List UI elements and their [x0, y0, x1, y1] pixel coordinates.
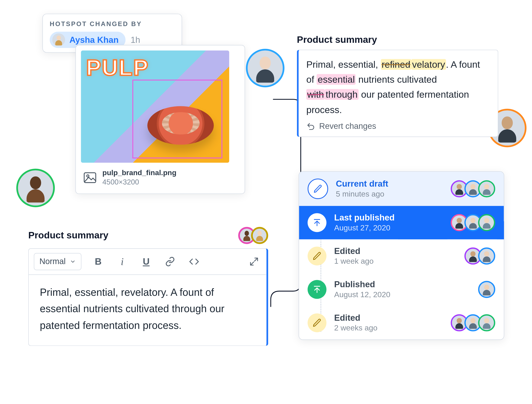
- svg-rect-0: [84, 173, 96, 183]
- underline-button[interactable]: U: [139, 254, 154, 269]
- editor-heading: Product summary: [28, 230, 109, 241]
- removed-text: with: [306, 89, 325, 100]
- time-ago: 1h: [131, 35, 140, 45]
- history-avatars: [464, 247, 495, 265]
- avatar: [251, 227, 268, 244]
- history-title: Last published: [334, 213, 443, 223]
- history-item-edited[interactable]: Edited 2 weeks ago: [299, 306, 504, 340]
- hotspot-rect[interactable]: [132, 80, 222, 158]
- asset-dimensions: 4500×3200: [103, 178, 176, 187]
- history-title: Published: [334, 280, 470, 290]
- diff-panel: Product summary Primal, essential, refin…: [297, 34, 498, 137]
- style-select-label: Normal: [39, 257, 66, 266]
- image-icon: [83, 172, 96, 183]
- chevron-down-icon: [70, 259, 76, 265]
- asset-meta: pulp_brand_final.png 4500×3200: [81, 163, 239, 188]
- link-icon: [165, 257, 175, 267]
- history-sub: August 27, 2020: [334, 223, 443, 232]
- style-select[interactable]: Normal: [34, 253, 82, 270]
- history-title: Edited: [334, 313, 443, 323]
- pencil-icon: [308, 246, 327, 265]
- italic-button[interactable]: i: [115, 254, 129, 269]
- avatar: [478, 247, 495, 265]
- diff-box: Primal, essential, refinedvelatory. A fo…: [297, 50, 498, 137]
- added-text: velatory: [411, 59, 446, 70]
- diff-heading: Product summary: [297, 34, 498, 45]
- history-avatars: [451, 180, 495, 197]
- history-avatars: [478, 281, 495, 298]
- history-panel: Current draft 5 minutes ago Last publish…: [299, 171, 504, 340]
- undo-icon: [306, 122, 315, 130]
- removed-text: refined: [381, 59, 411, 70]
- history-sub: August 12, 2020: [334, 290, 470, 299]
- popover-title: HOTSPOT CHANGED BY: [50, 20, 175, 27]
- added-text: through: [325, 89, 359, 100]
- rich-text-editor[interactable]: Normal B i U Primal, esse: [28, 248, 268, 346]
- link-button[interactable]: [163, 254, 178, 269]
- avatar: [478, 314, 495, 331]
- diff-text-fragment: nutrients cultivated: [356, 74, 437, 85]
- expand-button[interactable]: [247, 254, 261, 269]
- history-sub: 5 minutes ago: [336, 190, 443, 199]
- history-title: Edited: [334, 246, 457, 256]
- publish-icon: [308, 280, 327, 299]
- history-avatars: [451, 214, 495, 231]
- revert-label: Revert changes: [319, 121, 376, 131]
- publish-icon: [308, 213, 327, 232]
- code-icon: [189, 257, 199, 267]
- editor-panel: Product summary Normal B i U: [28, 227, 268, 346]
- history-avatars: [451, 314, 495, 331]
- pencil-icon: [308, 313, 327, 332]
- svg-point-1: [87, 175, 89, 177]
- history-item-edited[interactable]: Edited 1 week ago: [299, 239, 504, 273]
- code-button[interactable]: [187, 254, 202, 269]
- connector-line: [268, 98, 302, 307]
- history-item-selected[interactable]: Last published August 27, 2020: [299, 206, 504, 239]
- asset-filename: pulp_brand_final.png: [103, 169, 176, 177]
- diff-text-fragment: Primal, essential,: [306, 59, 381, 70]
- avatar: [52, 33, 65, 46]
- history-sub: 2 weeks ago: [334, 324, 443, 333]
- avatar: [478, 180, 495, 197]
- asset-card[interactable]: PULP pulp_brand_final.png 4500×3200: [75, 45, 245, 194]
- presence-avatar-green: [18, 170, 53, 206]
- history-item-draft[interactable]: Current draft 5 minutes ago: [299, 172, 504, 206]
- avatar: [478, 214, 495, 231]
- avatar: [478, 281, 495, 298]
- history-sub: 1 week ago: [334, 257, 457, 266]
- asset-image[interactable]: PULP: [81, 50, 229, 163]
- user-name: Aysha Khan: [69, 35, 119, 45]
- diff-text: Primal, essential, refinedvelatory. A fo…: [306, 57, 490, 117]
- presence-avatar-blue: [248, 50, 283, 86]
- revert-changes-button[interactable]: Revert changes: [306, 121, 376, 131]
- expand-icon: [249, 257, 259, 266]
- editor-toolbar: Normal B i U: [29, 249, 266, 275]
- editor-presence: [238, 227, 268, 244]
- bold-button[interactable]: B: [91, 254, 106, 269]
- editor-body[interactable]: Primal, essential, revelatory. A fount o…: [29, 275, 266, 345]
- pencil-icon: [308, 178, 328, 199]
- highlighted-text: essential: [317, 74, 356, 85]
- brand-wordmark: PULP: [86, 55, 149, 81]
- history-item-published[interactable]: Published August 12, 2020: [299, 273, 504, 306]
- history-title: Current draft: [336, 179, 443, 189]
